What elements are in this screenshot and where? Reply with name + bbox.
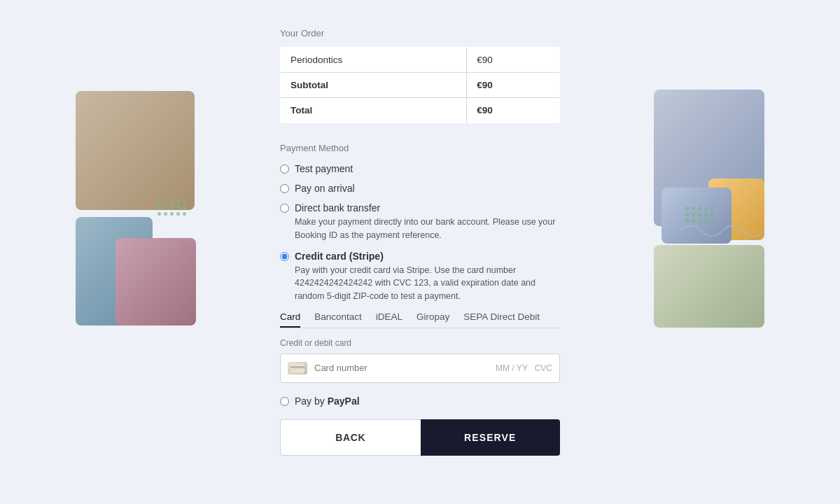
tab-bancontact[interactable]: Bancontact (314, 312, 362, 328)
label-credit-card-stripe: Credit card (Stripe) (295, 251, 384, 262)
table-row: Subtotal €90 (281, 73, 560, 98)
payment-option-credit-card[interactable]: Credit card (Stripe) Pay with your credi… (280, 251, 560, 303)
label-pay-on-arrival: Pay on arrival (295, 183, 355, 194)
svg-rect-1 (290, 366, 304, 368)
payment-tabs: Card Bancontact iDEAL Giropay SEPA Direc… (280, 312, 560, 328)
payment-option-test[interactable]: Test payment (280, 163, 560, 174)
table-row: Total €90 (281, 98, 560, 123)
label-paypal: Pay by PayPal (295, 396, 360, 407)
credit-card-label: Credit or debit card (280, 338, 560, 348)
card-number-input[interactable] (314, 363, 496, 373)
label-direct-bank-transfer: Direct bank transfer (295, 202, 380, 214)
radio-direct-bank-transfer[interactable] (280, 204, 289, 213)
total-label: Total (281, 98, 467, 123)
tab-ideal[interactable]: iDEAL (376, 312, 402, 328)
card-expiry-cvc-placeholder: MM / YY CVC (496, 363, 552, 373)
item-name: Periodontics (281, 48, 467, 73)
label-test-payment: Test payment (295, 163, 353, 174)
tab-sepa-direct-debit[interactable]: SEPA Direct Debit (463, 312, 540, 328)
tab-giropay[interactable]: Giropay (416, 312, 449, 328)
table-row: Periodontics €90 (281, 48, 560, 73)
item-price: €90 (467, 48, 560, 73)
payment-option-arrival[interactable]: Pay on arrival (280, 183, 560, 194)
back-button[interactable]: BACK (280, 419, 421, 456)
radio-credit-card-stripe[interactable] (280, 252, 289, 261)
action-buttons: BACK RESERVE (280, 419, 560, 456)
desc-credit-card-stripe: Pay with your credit card via Stripe. Us… (295, 264, 560, 303)
payment-section: Payment Method Test payment Pay on arriv… (280, 143, 560, 407)
reserve-button[interactable]: RESERVE (421, 419, 561, 456)
tab-card[interactable]: Card (280, 312, 300, 328)
total-price: €90 (467, 98, 560, 123)
radio-pay-on-arrival[interactable] (280, 184, 289, 193)
subtotal-label: Subtotal (281, 73, 467, 98)
subtotal-price: €90 (467, 73, 560, 98)
payment-option-bank-transfer[interactable]: Direct bank transfer Make your payment d… (280, 202, 560, 242)
radio-test-payment[interactable] (280, 164, 289, 174)
card-brand-icon (288, 362, 307, 374)
desc-direct-bank-transfer: Make your payment directly into our bank… (295, 216, 560, 242)
radio-paypal[interactable] (280, 397, 289, 406)
payment-option-paypal[interactable]: Pay by PayPal (280, 396, 560, 407)
card-input-container: MM / YY CVC (280, 354, 560, 383)
order-section-label: Your Order (280, 28, 560, 38)
payment-section-label: Payment Method (280, 143, 560, 153)
order-table: Periodontics €90 Subtotal €90 Total €90 (280, 47, 560, 123)
order-section: Your Order Periodontics €90 Subtotal €90… (280, 28, 560, 123)
